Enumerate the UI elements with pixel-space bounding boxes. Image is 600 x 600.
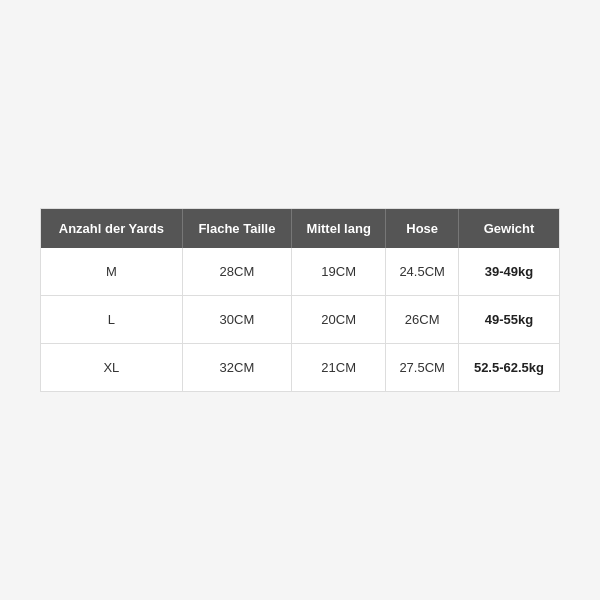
cell-gewicht-2: 52.5-62.5kg	[458, 344, 559, 392]
header-hose: Hose	[386, 209, 459, 248]
cell-hose-1: 26CM	[386, 296, 459, 344]
cell-mittel_lang-0: 19CM	[292, 248, 386, 296]
cell-flache_taille-2: 32CM	[182, 344, 291, 392]
size-chart-container: Anzahl der Yards Flache Taille Mittel la…	[40, 208, 560, 392]
cell-hose-2: 27.5CM	[386, 344, 459, 392]
cell-hose-0: 24.5CM	[386, 248, 459, 296]
cell-mittel_lang-2: 21CM	[292, 344, 386, 392]
cell-mittel_lang-1: 20CM	[292, 296, 386, 344]
header-gewicht: Gewicht	[458, 209, 559, 248]
cell-yards-1: L	[41, 296, 182, 344]
cell-yards-2: XL	[41, 344, 182, 392]
cell-flache_taille-1: 30CM	[182, 296, 291, 344]
table-row: M28CM19CM24.5CM39-49kg	[41, 248, 559, 296]
cell-yards-0: M	[41, 248, 182, 296]
table-header-row: Anzahl der Yards Flache Taille Mittel la…	[41, 209, 559, 248]
cell-gewicht-0: 39-49kg	[458, 248, 559, 296]
cell-flache_taille-0: 28CM	[182, 248, 291, 296]
size-chart-table: Anzahl der Yards Flache Taille Mittel la…	[41, 209, 559, 391]
header-mittel-lang: Mittel lang	[292, 209, 386, 248]
header-flache-taille: Flache Taille	[182, 209, 291, 248]
table-row: L30CM20CM26CM49-55kg	[41, 296, 559, 344]
header-yards: Anzahl der Yards	[41, 209, 182, 248]
table-row: XL32CM21CM27.5CM52.5-62.5kg	[41, 344, 559, 392]
cell-gewicht-1: 49-55kg	[458, 296, 559, 344]
